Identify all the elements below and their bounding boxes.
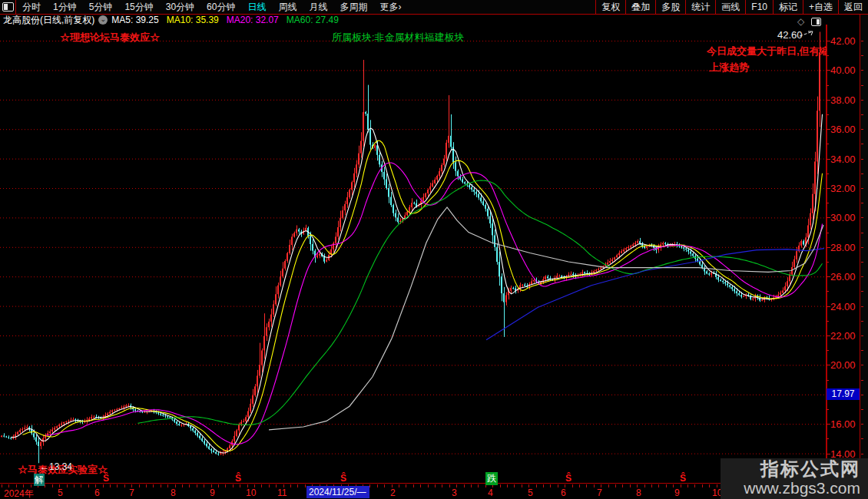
period-tab-1分钟[interactable]: 1分钟 <box>47 1 83 14</box>
period-tab-月线[interactable]: 月线 <box>303 1 333 14</box>
right-scroll-strip[interactable] <box>860 14 868 499</box>
y-axis-tick <box>827 365 830 365</box>
strip-tick <box>861 365 863 365</box>
action-button-画线[interactable]: 画线 <box>715 0 745 14</box>
timeline-month-label: 6 <box>561 487 566 498</box>
timeline-tick <box>464 484 465 487</box>
timeline-tick <box>218 484 219 487</box>
timeline-tick <box>146 484 147 487</box>
diamond-icon[interactable]: ◇ <box>797 16 804 27</box>
timeline-tick <box>305 484 306 487</box>
signal-badge-跌: 跌 <box>485 472 498 485</box>
timeline-tick <box>45 484 45 487</box>
timeline-tick <box>681 484 681 487</box>
action-button-返回[interactable]: 返回 <box>838 0 868 14</box>
period-tab-更多›[interactable]: 更多› <box>373 1 407 14</box>
strip-tick <box>861 55 863 56</box>
y-axis-tick <box>827 454 830 454</box>
action-button-叠加[interactable]: 叠加 <box>625 0 655 14</box>
action-button-复权[interactable]: 复权 <box>595 0 625 14</box>
y-axis-tick <box>827 159 830 160</box>
strip-tick <box>861 217 863 218</box>
period-tab-15分钟[interactable]: 15分钟 <box>118 1 159 14</box>
period-tab-多周期[interactable]: 多周期 <box>333 1 373 14</box>
timeline-tick <box>543 484 544 487</box>
timeline-month-label: 9 <box>674 487 680 498</box>
timeline-tick <box>622 484 623 487</box>
timeline-month-label: 9 <box>210 487 215 498</box>
period-tab-周线[interactable]: 周线 <box>272 1 303 14</box>
y-axis-label: 36.00 <box>830 124 858 135</box>
y-axis-tick <box>827 424 830 425</box>
timeline-tick <box>608 484 609 487</box>
timeline-tick <box>413 484 414 487</box>
period-tab-分时[interactable]: 分时 <box>16 1 47 14</box>
timeline-tick <box>52 484 53 487</box>
period-tab-日线[interactable]: 日线 <box>241 1 272 14</box>
timeline-tick <box>471 484 472 487</box>
strip-tick <box>861 262 863 263</box>
action-button-F10[interactable]: F10 <box>745 0 773 14</box>
strip-tick <box>861 335 863 336</box>
timeline-tick <box>161 484 161 487</box>
split-square-right-icon[interactable] <box>811 18 821 26</box>
timeline-tick <box>384 484 385 487</box>
timeline-month-label: 11 <box>277 487 287 498</box>
candlestick-chart[interactable] <box>0 0 868 499</box>
timeline-tick <box>615 484 616 487</box>
volume-annotation-clip: 今日成交量大于昨日,但有缩小 <box>707 44 827 58</box>
toolbar-actions: 复权叠加多股统计画线F10标记+自选返回 <box>595 0 868 14</box>
watermark-title: 指标公式网 <box>721 458 860 479</box>
y-axis-label: 22.00 <box>830 330 858 342</box>
strip-tick <box>861 159 863 160</box>
timeline-tick <box>666 484 667 487</box>
sell-signal-mark: Ŝ <box>103 473 109 484</box>
low-price-label: ←13.34 <box>40 461 72 472</box>
timeline-tick <box>586 484 587 487</box>
timeline-tick <box>117 484 118 487</box>
action-button-+自选[interactable]: +自选 <box>803 0 838 14</box>
y-axis-tick <box>827 233 829 233</box>
y-axis-tick <box>827 144 829 144</box>
strip-tick <box>861 129 863 130</box>
period-tab-60分钟[interactable]: 60分钟 <box>200 1 241 14</box>
timeline-month-label: 5 <box>58 487 63 498</box>
timeline-tick <box>139 484 140 487</box>
strip-tick <box>861 395 863 395</box>
timeline-tick <box>536 484 537 487</box>
y-axis-tick <box>827 217 830 218</box>
ma-legend: MA5: 39.25MA10: 35.39MA20: 32.07MA60: 27… <box>111 15 346 25</box>
timeline-month-label: 2 <box>390 487 396 498</box>
sector-annotation: 所属板块:非金属材料福建板块 <box>332 31 465 45</box>
timeline-tick <box>449 484 450 487</box>
action-button-多股[interactable]: 多股 <box>655 0 685 14</box>
timeline-tick <box>694 484 695 487</box>
sell-signal-mark: Ŝ <box>680 473 686 484</box>
strip-tick <box>861 321 863 322</box>
signal-badge-解: 解 <box>34 474 45 486</box>
strip-tick <box>861 233 863 233</box>
timeline-tick <box>594 484 595 487</box>
sell-signal-mark: Ŝ <box>565 473 571 484</box>
chevron-down-icon[interactable]: ⌄ <box>98 15 108 25</box>
action-button-统计[interactable]: 统计 <box>685 0 715 14</box>
strip-tick <box>861 188 863 189</box>
timeline-tick <box>658 484 659 487</box>
strip-tick <box>861 247 863 248</box>
window-layout-button[interactable] <box>0 0 16 14</box>
trend-annotation: 上涨趋势 <box>709 61 749 74</box>
y-axis-tick <box>827 409 829 410</box>
forum-annotation: ☆理想论坛马泰效应☆ <box>60 31 160 45</box>
action-button-标记[interactable]: 标记 <box>773 0 803 14</box>
timeline-tick <box>579 484 580 487</box>
period-tab-5分钟[interactable]: 5分钟 <box>83 1 119 14</box>
timeline-tick <box>2 484 2 487</box>
ma-legend-item: MA5: 39.25 <box>111 15 158 25</box>
timeline-tick <box>197 484 197 487</box>
period-tab-30分钟[interactable]: 30分钟 <box>160 1 200 14</box>
y-axis-tick <box>827 85 829 86</box>
timeline-month-label: 6 <box>94 487 100 498</box>
timeline-tick <box>428 484 429 487</box>
timeline-month-label: 8 <box>171 487 176 498</box>
timeline-month-label: 4 <box>488 487 493 498</box>
